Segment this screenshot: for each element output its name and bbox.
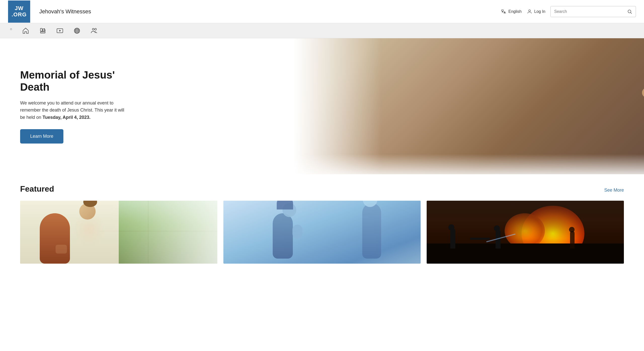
hero-body: We welcome you to attend our annual even… [20,99,126,121]
nav-find-us[interactable] [91,27,98,34]
hero-date: Tuesday, April 4, 2023. [43,115,91,120]
card-3-figure [427,201,624,264]
hero-section: Memorial of Jesus' Death We welcome you … [0,38,644,174]
people-icon [91,27,98,34]
window-frame-v [148,201,148,264]
svg-point-15 [95,28,96,30]
svg-point-3 [628,10,631,13]
firefighter-3-head [569,227,575,232]
featured-card-1[interactable] [20,201,217,264]
site-header: JW .ORG Jehovah's Witnesses English Log … [0,0,644,23]
featured-header: Featured See More [20,184,624,194]
nav-media[interactable] [56,27,63,34]
library-icon [39,27,46,34]
featured-card-2[interactable] [223,201,421,264]
translate-icon [501,9,506,14]
nav-library[interactable] [39,27,46,34]
language-button[interactable]: English [501,9,521,14]
svg-point-14 [92,28,94,30]
search-icon [627,9,632,14]
hero-left-fade [206,38,381,174]
nav-home[interactable] [22,27,29,34]
head-covering-left [277,201,293,209]
biblical-figure-right [362,203,381,259]
hero-bottom-fade [206,154,644,174]
svg-rect-6 [41,32,45,33]
search-button[interactable] [624,6,636,17]
firefighter-2-head [494,225,500,231]
header-actions: English Log In [501,6,636,17]
card-2-figure [223,201,421,264]
window-light [109,201,217,264]
svg-rect-0 [502,10,503,11]
home-icon [22,27,29,34]
main-navbar: ® [0,23,644,38]
outside-view [119,201,217,264]
media-icon [56,27,63,34]
svg-point-2 [529,10,530,11]
card-1-figure [20,201,217,264]
hero-title: Memorial of Jesus' Death [20,69,126,93]
login-button[interactable]: Log In [527,9,545,14]
svg-marker-8 [59,30,61,31]
svg-line-4 [631,12,632,14]
nav-languages[interactable] [73,27,80,34]
language-label: English [508,9,521,14]
svg-rect-5 [41,28,42,31]
smoke [427,201,624,238]
featured-card-3[interactable] [427,201,624,264]
woman-hands [56,245,67,254]
hero-illustration [206,38,644,174]
firefighter-3-body [570,231,575,249]
child-figure [292,225,302,238]
ground [427,243,624,264]
biblical-figure-left [273,213,293,259]
learn-more-button[interactable]: Learn More [20,129,63,144]
globe-icon [73,27,80,34]
search-input[interactable] [551,6,624,17]
login-label: Log In [534,9,545,14]
blue-bg [223,201,421,264]
search-box [550,6,636,17]
see-more-link[interactable]: See More [604,188,624,193]
logo-text: JW .ORG [12,5,27,17]
woman-torso [40,213,70,264]
logo[interactable]: JW .ORG [8,1,30,23]
hero-content: Memorial of Jesus' Death We welcome you … [0,54,146,159]
firefighter-1-arm [470,238,490,240]
featured-section: Featured See More [0,174,644,274]
featured-title: Featured [20,184,54,194]
site-title: Jehovah's Witnesses [39,8,495,15]
featured-cards [20,201,624,264]
registered-mark: ® [10,28,12,31]
person-icon [527,9,532,14]
firefighter-1-body [450,228,455,249]
